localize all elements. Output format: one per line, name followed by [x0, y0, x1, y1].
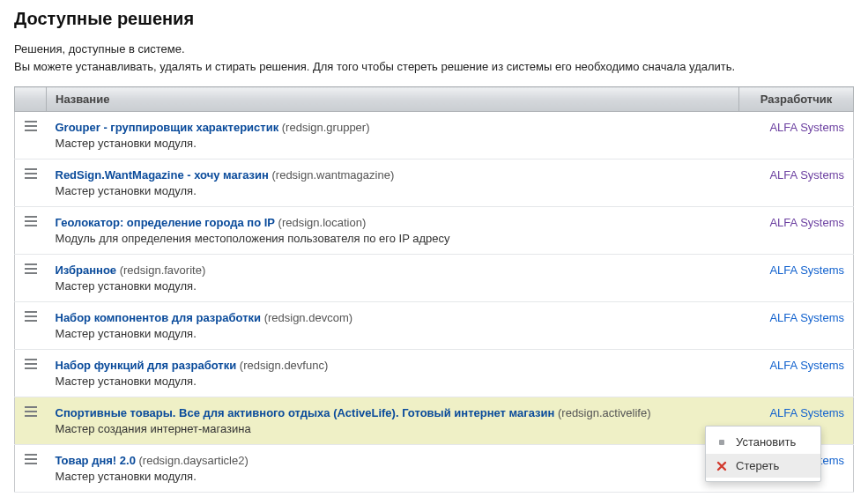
solution-name-link[interactable]: RedSign.WantMagazine - хочу магазин: [56, 168, 269, 182]
menu-erase-label: Стереть: [736, 459, 779, 472]
row-menu-icon[interactable]: [25, 121, 37, 131]
delete-icon: [716, 461, 727, 471]
solution-desc: Мастер установки модуля.: [56, 184, 731, 197]
solution-name-link[interactable]: Набор компонентов для разработки: [56, 311, 262, 324]
solution-code: (redsign.daysarticle2): [136, 454, 249, 467]
page-title: Доступные решения: [14, 9, 854, 29]
menu-install[interactable]: Установить: [706, 430, 820, 454]
solution-name-link[interactable]: Товар дня! 2.0: [56, 454, 136, 467]
menu-install-label: Установить: [736, 435, 796, 449]
intro-line-2: Вы можете устанавливать, удалять и стира…: [14, 59, 854, 75]
developer-link[interactable]: ALFA Systems: [769, 359, 844, 372]
col-name: Название: [47, 87, 739, 112]
solution-code: (redsign.location): [275, 216, 366, 229]
row-menu-icon[interactable]: [25, 216, 37, 226]
solution-name-link[interactable]: Геолокатор: определение города по IP: [56, 216, 275, 229]
table-row: Геолокатор: определение города по IP (re…: [15, 207, 854, 255]
solution-desc: Модуль для определения местоположения по…: [56, 232, 731, 245]
table-row: Избранное (redsign.favorite)Мастер устан…: [15, 255, 854, 302]
solution-desc: Мастер установки модуля.: [56, 375, 731, 388]
solution-desc: Мастер установки модуля.: [56, 279, 731, 293]
solution-name-link[interactable]: Избранное: [56, 263, 117, 277]
intro-line-1: Решения, доступные в системе.: [14, 41, 854, 57]
solution-name-link[interactable]: Grouper - группировщик характеристик: [56, 121, 279, 134]
developer-link[interactable]: ALFA Systems: [769, 216, 844, 229]
table-row: Набор компонентов для разработки (redsig…: [15, 302, 854, 350]
table-row: RedSign.WantMagazine - хочу магазин (red…: [15, 159, 854, 207]
developer-link[interactable]: ALFA Systems: [769, 168, 844, 182]
row-menu-icon[interactable]: [25, 406, 37, 417]
row-menu-icon[interactable]: [25, 311, 37, 322]
intro-text: Решения, доступные в системе. Вы можете …: [14, 41, 854, 74]
developer-link[interactable]: ALFA Systems: [769, 121, 844, 134]
solution-code: (redsign.activelife): [554, 406, 650, 419]
developer-link[interactable]: ALFA Systems: [769, 263, 844, 277]
row-menu-icon[interactable]: [25, 168, 37, 179]
solution-desc: Мастер установки модуля.: [56, 470, 731, 483]
developer-link[interactable]: ALFA Systems: [769, 406, 844, 419]
square-icon: [716, 437, 727, 448]
col-developer: Разработчик: [739, 87, 854, 112]
solution-code: (redsign.devcom): [261, 311, 352, 324]
developer-link[interactable]: ALFA Systems: [769, 311, 844, 324]
menu-erase[interactable]: Стереть: [706, 454, 820, 478]
solution-code: (redsign.grupper): [278, 121, 369, 134]
row-menu-icon[interactable]: [25, 454, 37, 464]
solution-code: (redsign.devfunc): [236, 359, 328, 372]
table-row: Grouper - группировщик характеристик (re…: [15, 112, 854, 159]
context-menu: Установить Стереть: [705, 426, 821, 482]
solution-desc: Мастер установки модуля.: [56, 137, 731, 150]
row-menu-icon[interactable]: [25, 359, 37, 369]
row-menu-icon[interactable]: [25, 263, 37, 274]
solution-code: (redsign.favorite): [116, 263, 205, 277]
solution-code: (redsign.wantmagazine): [269, 168, 394, 182]
solution-name-link[interactable]: Набор функций для разработки: [56, 359, 237, 372]
col-menu: [15, 87, 47, 112]
solution-name-link[interactable]: Спортивные товары. Все для активного отд…: [56, 406, 555, 419]
solution-desc: Мастер установки модуля.: [56, 327, 731, 340]
table-row: Набор функций для разработки (redsign.de…: [15, 350, 854, 397]
solution-desc: Мастер создания интернет-магазина: [56, 422, 731, 435]
